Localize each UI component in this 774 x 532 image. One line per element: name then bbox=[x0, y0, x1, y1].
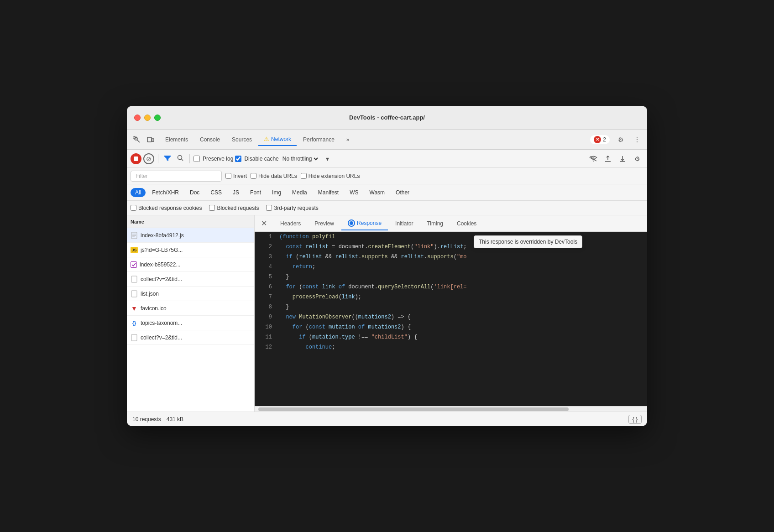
type-doc-button[interactable]: Doc bbox=[185, 188, 204, 197]
upload-icon[interactable] bbox=[601, 152, 614, 165]
network-settings-icon[interactable]: ⚙ bbox=[631, 152, 643, 165]
list-item[interactable]: index-b859522... bbox=[127, 257, 254, 272]
line-number: 7 bbox=[258, 292, 272, 302]
filter-row: Invert Hide data URLs Hide extension URL… bbox=[127, 168, 647, 184]
tab-response[interactable]: Response bbox=[341, 217, 388, 230]
record-inner bbox=[134, 156, 138, 161]
type-other-button[interactable]: Other bbox=[391, 188, 414, 197]
tab-sources[interactable]: Sources bbox=[226, 134, 257, 146]
list-item[interactable]: collect?v=2&tid... bbox=[127, 330, 254, 345]
code-line-6: 6 for (const link of document.querySelec… bbox=[255, 282, 647, 292]
throttle-expand-icon[interactable]: ▾ bbox=[321, 152, 334, 165]
code-line-7: 7 processPreload(link); bbox=[255, 292, 647, 302]
request-name: topics-taxonom... bbox=[141, 320, 251, 326]
settings-button[interactable]: ⚙ bbox=[614, 133, 627, 146]
list-item[interactable]: ▼ favicon.ico bbox=[127, 301, 254, 316]
tab-network[interactable]: ⚠ Network bbox=[258, 133, 297, 146]
tab-cookies[interactable]: Cookies bbox=[450, 218, 483, 229]
filter-input[interactable] bbox=[131, 171, 222, 182]
line-content: return; bbox=[279, 262, 643, 272]
devtools-window: DevTools - coffee-cart.app/ Elements bbox=[127, 106, 647, 426]
line-content: for (const mutation of mutations2) { bbox=[279, 322, 643, 332]
tab-timing[interactable]: Timing bbox=[420, 218, 450, 229]
hide-extension-urls-checkbox[interactable] bbox=[301, 173, 307, 179]
more-button[interactable]: ⋮ bbox=[631, 133, 643, 146]
tab-initiator[interactable]: Initiator bbox=[389, 218, 419, 229]
scrollbar-thumb[interactable] bbox=[258, 407, 569, 411]
close-detail-button[interactable]: ✕ bbox=[258, 218, 269, 229]
type-filter-bar: All Fetch/XHR Doc CSS JS Font Img Media … bbox=[127, 184, 647, 201]
list-item[interactable]: {} topics-taxonom... bbox=[127, 316, 254, 330]
type-img-button[interactable]: Img bbox=[267, 188, 286, 197]
tab-preview[interactable]: Preview bbox=[308, 218, 340, 229]
tab-headers[interactable]: Headers bbox=[274, 218, 307, 229]
blocked-requests-label[interactable]: Blocked requests bbox=[209, 205, 259, 211]
type-media-button[interactable]: Media bbox=[288, 188, 312, 197]
line-content: } bbox=[279, 272, 643, 282]
maximize-button[interactable] bbox=[154, 115, 161, 121]
detail-tab-bar: ✕ Headers Preview Response Initiator Tim… bbox=[255, 215, 647, 232]
hide-extension-urls-label[interactable]: Hide extension URLs bbox=[301, 173, 360, 179]
wifi-icon[interactable] bbox=[587, 152, 600, 165]
record-button[interactable] bbox=[131, 153, 141, 164]
devtools-toolbar-icons bbox=[131, 133, 157, 146]
error-badge[interactable]: ✕ 2 bbox=[590, 135, 610, 144]
type-all-button[interactable]: All bbox=[131, 188, 146, 197]
type-wasm-button[interactable]: Wasm bbox=[365, 188, 390, 197]
doc-icon bbox=[131, 276, 138, 283]
type-ws-button[interactable]: WS bbox=[345, 188, 363, 197]
close-button[interactable] bbox=[134, 115, 141, 121]
invert-label[interactable]: Invert bbox=[225, 173, 247, 179]
list-item[interactable]: list.json bbox=[127, 287, 254, 301]
window-title: DevTools - coffee-cart.app/ bbox=[349, 114, 425, 121]
type-fetch-xhr-button[interactable]: Fetch/XHR bbox=[147, 188, 183, 197]
tab-performance[interactable]: Performance bbox=[298, 134, 340, 146]
filter-button[interactable] bbox=[162, 152, 173, 165]
preserve-log-checkbox[interactable] bbox=[194, 156, 200, 162]
line-content: processPreload(link); bbox=[279, 292, 643, 302]
throttle-select[interactable]: No throttling Fast 3G Slow 3G bbox=[281, 155, 319, 162]
blocked-cookies-label[interactable]: Blocked response cookies bbox=[131, 205, 202, 211]
disable-cache-label[interactable]: Disable cache bbox=[235, 156, 278, 162]
svg-rect-12 bbox=[131, 291, 137, 297]
device-icon[interactable] bbox=[144, 133, 157, 146]
blocked-requests-checkbox[interactable] bbox=[209, 205, 215, 211]
request-name: list.json bbox=[141, 291, 251, 297]
network-icons: ⚙ bbox=[587, 152, 643, 165]
disable-cache-checkbox[interactable] bbox=[235, 156, 241, 162]
inspect-icon[interactable] bbox=[131, 133, 143, 146]
tab-console[interactable]: Console bbox=[194, 134, 225, 146]
invert-checkbox[interactable] bbox=[225, 173, 231, 179]
requests-header: Name bbox=[127, 215, 254, 228]
type-js-button[interactable]: JS bbox=[228, 188, 244, 197]
tab-more[interactable]: » bbox=[341, 134, 355, 146]
download-icon[interactable] bbox=[616, 152, 629, 165]
override-tooltip: This response is overridden by DevTools bbox=[474, 235, 582, 248]
line-content: new MutationObserver((mutations2) => { bbox=[279, 312, 643, 322]
blocked-row: Blocked response cookies Blocked request… bbox=[127, 201, 647, 215]
list-item[interactable]: collect?v=2&tid... bbox=[127, 272, 254, 287]
separator-2 bbox=[189, 154, 190, 163]
search-button[interactable] bbox=[175, 152, 186, 165]
pretty-print-button[interactable]: { } bbox=[628, 415, 642, 424]
third-party-label[interactable]: 3rd-party requests bbox=[266, 205, 318, 211]
code-panel: This response is overridden by DevTools … bbox=[255, 232, 647, 412]
svg-rect-2 bbox=[147, 137, 152, 142]
blocked-cookies-checkbox[interactable] bbox=[131, 205, 136, 211]
third-party-checkbox[interactable] bbox=[266, 205, 272, 211]
type-manifest-button[interactable]: Manifest bbox=[314, 188, 343, 197]
tab-elements[interactable]: Elements bbox=[160, 134, 194, 146]
minimize-button[interactable] bbox=[144, 115, 151, 121]
hide-data-urls-checkbox[interactable] bbox=[251, 173, 256, 179]
list-item[interactable]: JS js?id=G-LB75G... bbox=[127, 243, 254, 257]
preserve-log-label[interactable]: Preserve log bbox=[194, 156, 233, 162]
list-item[interactable]: index-8bfa4912.js bbox=[127, 228, 254, 243]
separator-1 bbox=[158, 154, 158, 163]
topics-icon: {} bbox=[131, 319, 138, 327]
type-font-button[interactable]: Font bbox=[246, 188, 266, 197]
type-css-button[interactable]: CSS bbox=[206, 188, 226, 197]
hide-data-urls-label[interactable]: Hide data URLs bbox=[251, 173, 297, 179]
request-name: collect?v=2&tid... bbox=[141, 334, 251, 341]
clear-button[interactable]: ⊘ bbox=[143, 153, 154, 164]
horizontal-scrollbar[interactable] bbox=[255, 406, 647, 412]
